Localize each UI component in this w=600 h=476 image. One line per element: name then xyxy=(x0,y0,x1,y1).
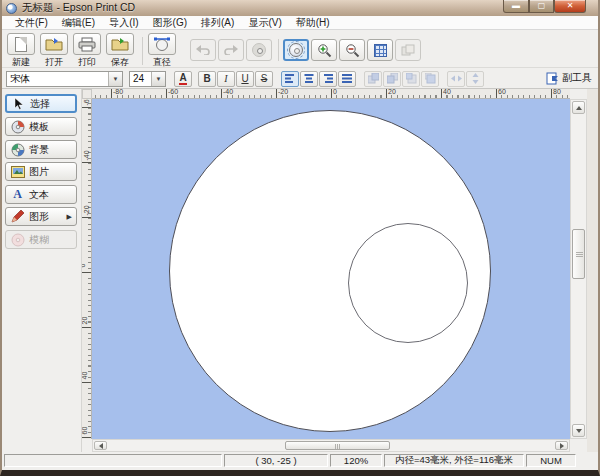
center-vertical-button[interactable] xyxy=(466,71,484,87)
disc-fit-icon xyxy=(289,43,303,57)
save-button[interactable]: 保存 xyxy=(105,33,135,69)
guide-button[interactable] xyxy=(395,39,421,61)
sidebar-item-select[interactable]: 选择 xyxy=(5,94,77,113)
scroll-down-button[interactable] xyxy=(572,424,585,437)
move-backward-icon xyxy=(425,73,436,84)
font-size-select[interactable]: 24 ▼ xyxy=(129,71,166,87)
printer-icon xyxy=(78,37,96,52)
disc-gray-icon xyxy=(252,43,266,57)
menu-file[interactable]: 文件(F) xyxy=(8,16,55,30)
underline-button[interactable]: U xyxy=(236,71,254,87)
italic-button[interactable]: I xyxy=(217,71,235,87)
scroll-up-button[interactable] xyxy=(572,101,585,114)
cd-inner-hole-circle[interactable] xyxy=(348,223,468,343)
align-justify-button[interactable] xyxy=(338,71,356,87)
strikethrough-button[interactable]: S xyxy=(255,71,273,87)
font-color-icon: A xyxy=(179,73,186,85)
sidebar-item-image[interactable]: 图片 xyxy=(5,162,77,181)
open-folder-icon xyxy=(45,37,63,51)
preview-disc-button[interactable] xyxy=(246,39,272,61)
menu-view[interactable]: 显示(V) xyxy=(241,16,288,30)
ruler-label: 60 xyxy=(82,427,88,435)
ruler-major-tick xyxy=(82,107,92,108)
font-color-button[interactable]: A xyxy=(174,71,192,87)
bring-to-front-button[interactable] xyxy=(364,71,382,87)
chevron-down-icon[interactable]: ▼ xyxy=(108,72,122,86)
align-center-icon xyxy=(304,74,314,83)
move-forward-button[interactable] xyxy=(402,71,420,87)
send-to-back-button[interactable] xyxy=(383,71,401,87)
ruler-label: -20 xyxy=(278,89,288,95)
arrow-down-icon xyxy=(576,429,582,436)
sidebar-item-template[interactable]: 模板 xyxy=(5,117,77,136)
center-horizontal-button[interactable] xyxy=(447,71,465,87)
title-bar[interactable]: 无标题 - Epson Print CD ▬ ▢ ✕ xyxy=(2,0,598,16)
save-folder-icon xyxy=(111,37,129,51)
redo-button[interactable] xyxy=(218,39,244,61)
undo-icon xyxy=(196,45,210,55)
undo-button[interactable] xyxy=(190,39,216,61)
cursor-icon xyxy=(11,96,26,111)
ruler-label: -60 xyxy=(83,99,90,106)
align-left-button[interactable] xyxy=(281,71,299,87)
align-right-icon xyxy=(323,74,333,83)
sub-tools-icon xyxy=(546,72,559,85)
vertical-scroll-thumb[interactable] xyxy=(572,229,585,279)
redo-icon xyxy=(224,45,238,55)
center-vertical-icon xyxy=(471,73,480,84)
scroll-right-button[interactable] xyxy=(555,441,568,450)
sidebar-item-mosaic[interactable]: 模糊 xyxy=(5,230,77,249)
ruler-label: 40 xyxy=(443,89,451,95)
ruler-major-tick xyxy=(441,89,442,99)
status-message-panel xyxy=(4,454,222,467)
menu-help[interactable]: 帮助(H) xyxy=(289,16,337,30)
close-button[interactable]: ✕ xyxy=(554,0,586,13)
zoom-out-button[interactable] xyxy=(339,39,365,61)
move-backward-button[interactable] xyxy=(421,71,439,87)
diameter-button[interactable]: 直径 xyxy=(147,33,177,69)
scroll-left-button[interactable] xyxy=(94,441,107,450)
font-family-select[interactable]: 宋体 ▼ xyxy=(6,71,123,87)
maximize-button[interactable]: ▢ xyxy=(529,0,554,13)
align-right-button[interactable] xyxy=(319,71,337,87)
print-button[interactable]: 打印 xyxy=(72,33,102,69)
right-gutter xyxy=(587,89,598,452)
menu-arrange[interactable]: 排列(A) xyxy=(194,16,241,30)
menu-graphics[interactable]: 图形(G) xyxy=(146,16,194,30)
image-icon xyxy=(10,164,25,179)
sidebar-item-background[interactable]: 背景 xyxy=(5,140,77,159)
background-disc-icon xyxy=(10,142,25,157)
format-toolbar: 宋体 ▼ 24 ▼ A B I U S xyxy=(2,69,598,89)
ruler-major-tick xyxy=(331,89,332,99)
sub-tools-button[interactable]: 副工具 xyxy=(546,71,592,85)
horizontal-ruler: -80-60-40-20020406080 xyxy=(92,89,570,99)
cd-outer-circle[interactable] xyxy=(169,110,491,432)
sidebar-item-text[interactable]: A 文本 xyxy=(5,185,77,204)
ruler-major-tick xyxy=(166,89,167,99)
ruler-major-tick xyxy=(82,382,92,383)
open-button[interactable]: 打开 xyxy=(39,33,69,69)
zoom-out-icon xyxy=(345,43,360,58)
design-canvas[interactable] xyxy=(92,99,570,439)
vertical-scrollbar[interactable] xyxy=(570,99,587,439)
horizontal-scrollbar[interactable] xyxy=(92,439,570,452)
ruler-label: -60 xyxy=(168,89,178,95)
align-justify-icon xyxy=(342,74,352,83)
ruler-major-tick xyxy=(111,89,112,99)
minimize-button[interactable]: ▬ xyxy=(503,0,529,13)
new-button[interactable]: 新建 xyxy=(6,33,36,69)
template-disc-icon xyxy=(10,119,25,134)
zoom-in-button[interactable] xyxy=(311,39,337,61)
status-zoom-level: 120% xyxy=(330,454,382,467)
menu-edit[interactable]: 编辑(E) xyxy=(55,16,102,30)
align-center-button[interactable] xyxy=(300,71,318,87)
sidebar-item-shapes[interactable]: 图形 ▶ xyxy=(5,207,77,226)
horizontal-scroll-thumb[interactable] xyxy=(285,441,390,450)
chevron-down-icon[interactable]: ▼ xyxy=(151,72,165,86)
menu-import[interactable]: 导入(I) xyxy=(102,16,145,30)
ruler-major-tick xyxy=(82,437,92,438)
fit-to-window-button[interactable] xyxy=(283,39,309,61)
grid-button[interactable] xyxy=(367,39,393,61)
bold-button[interactable]: B xyxy=(198,71,216,87)
ruler-label: -20 xyxy=(83,205,90,215)
